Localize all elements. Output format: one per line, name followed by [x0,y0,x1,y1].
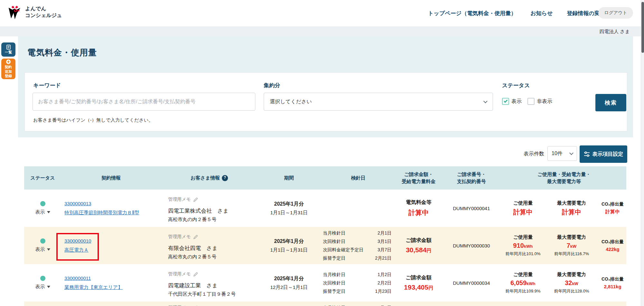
aggregation-select-value: 選択してください [270,98,312,105]
sidebar-tab-add-contract[interactable]: 契約 追加 登録 [1,59,15,79]
meter-date-row: 当月検針日1月1日 [323,303,392,306]
customer-address: 高松市丸の内２番５号 [168,217,216,223]
usage-value: 計算中 [513,208,533,217]
display-count-label: 表示件数 [524,151,544,157]
demand-label: 最大需要電力 [557,234,586,240]
search-button[interactable]: 検索 [595,94,626,111]
col-header-meter-date: 検針日 [320,166,396,190]
vertical-scrollbar[interactable] [641,0,644,306]
billing-amount: 30,584円 [406,246,431,254]
usage-label: ご使用量 [513,234,533,240]
demand-yoy: 前年同月比128.0% [554,288,589,294]
meter-dates-cell: 当月検針日1月2日 次回検針日2月2日 振替予定日1月23日 [320,264,396,301]
meter-dates-cell: 当月検針日1月1日 [320,301,396,306]
logout-button[interactable]: ログアウト [598,7,633,19]
meter-date-row: 次回検針日2月2日 [323,279,392,287]
page-title: 電気料金・使用量 [27,47,97,58]
usage-label: ご使用量 [513,200,533,206]
admin-memo-label: 管理用メモ [168,305,191,306]
keyword-label: キーワード [33,82,61,89]
pencil-icon [193,272,198,277]
admin-memo-label: 管理用メモ [168,271,191,277]
admin-memo-edit[interactable]: 管理用メモ [168,234,198,240]
table-header-row: ステータス 契約情報 お客さま情報? 期間 検針日 ご請求金額・受給電力量料金 … [24,166,626,190]
display-settings-button[interactable]: 表示項目設定 [580,145,627,163]
demand-value: 7kW [567,242,577,249]
display-count-select[interactable]: 10件 [547,146,577,161]
period-month: 2025年1月分 [274,238,304,245]
demand-label: 最大需要電力 [557,272,586,278]
help-icon[interactable]: ? [222,175,228,181]
period-range: 12月2日～1月1日 [270,284,308,291]
tune-filter-icon [584,152,590,157]
caret-down-icon [47,248,50,251]
invoice-number: DUMMY0000030 [441,227,502,264]
table-row: 表示 3300000010 高圧電力Ａ 管理用メモ 有限会社四電 さま 高松市丸… [24,227,626,264]
co2-value: 2,811kg [604,284,621,289]
billing-amount: 計算中 [409,208,429,217]
meter-date-row: 振替予定日1月23日 [323,287,392,295]
sidebar-tab-list[interactable]: 一覧 [1,42,15,57]
pencil-icon [193,235,198,239]
hide-checkbox-label: 非表示 [537,98,552,105]
plan-name-link[interactable]: 業務用電力【東京エリア】 [64,284,123,291]
checkbox-unchecked-icon [527,98,535,105]
contract-number-link[interactable]: 3300000011 [64,275,91,281]
col-header-contract: 契約情報 [61,166,161,190]
usage-value: 910kWh [513,242,533,249]
meter-date-row: 当月検針日2月1日 [323,229,392,237]
checkbox-checked-icon [502,98,509,105]
row-visibility-dropdown[interactable]: 表示 [35,209,50,215]
pencil-icon [193,197,198,202]
col-header-invoice: ご請求番号・支払契約番号 [441,166,502,190]
admin-memo-label: 管理用メモ [168,197,191,202]
period-range: 1月1日～1月31日 [270,247,308,253]
plan-name-link[interactable]: 高圧電力Ａ [64,247,89,253]
hide-checkbox[interactable]: 非表示 [527,98,552,105]
meter-date-row: 当月検針日1月2日 [323,270,392,279]
aggregation-select[interactable]: 選択してください [264,93,493,111]
visibility-label: 表示 [35,284,45,290]
plus-icon [6,60,11,64]
co2-value: 計算中 [605,209,620,215]
meter-dates-cell: 当月検針日2月1日 次回検針日3月1日 次回料金確定予定日3月7日 振替予定日2… [320,227,396,264]
usage-value: 6,059kWh [510,279,535,287]
display-count-value: 10件 [552,150,563,157]
visibility-label: 表示 [35,209,45,215]
caret-down-icon [47,211,50,213]
plan-name-link[interactable]: 特別高圧季節別時間帯別電力ＢⅡ型 [64,210,139,216]
billing-label: 電気料金等 [406,199,431,206]
row-visibility-dropdown[interactable]: 表示 [35,246,50,253]
customer-name: 四電建設工業 さま [168,282,218,289]
contract-number-link[interactable]: 3300000010 [64,238,91,244]
admin-memo-edit[interactable]: 管理用メモ [168,197,198,202]
show-checkbox-label: 表示 [511,98,522,105]
billing-usage-table: ステータス 契約情報 お客さま情報? 期間 検針日 ご請求金額・受給電力量料金 … [24,166,626,306]
sidebar-tab-add-label-1: 契約 [5,65,12,69]
scrollbar-thumb[interactable] [641,2,644,53]
search-filter-card: キーワード お客さま番号はハイフン（-）無しで入力してください。 集約分 選択し… [24,72,627,131]
show-checkbox[interactable]: 表示 [502,98,522,105]
billing-label: ご請求金額 [406,237,431,244]
billing-amount: 193,405円 [404,283,433,291]
keyword-note: お客さま番号はハイフン（-）無しで入力してください。 [33,117,153,123]
status-dot [40,276,45,281]
user-bar: 四電法人 さま [0,26,644,36]
sidebar-tab-add-label-3: 登録 [5,74,12,78]
admin-memo-edit[interactable]: 管理用メモ [168,305,198,306]
meter-date-row: 次回検針日3月1日 [323,237,392,246]
invoice-number: DUMMY0000041 [441,190,502,227]
status-dot [40,201,45,206]
nav-top-page[interactable]: トップページ（電気料金・使用量） [428,10,516,17]
logo-wordmark: よんでん コンシェルジュ [25,5,62,19]
status-filter-label: ステータス [502,82,530,89]
row-visibility-dropdown[interactable]: 表示 [35,284,50,290]
keyword-input[interactable] [33,93,255,111]
nav-notices[interactable]: お知らせ [530,10,553,17]
admin-memo-label: 管理用メモ [168,234,191,240]
contract-number-link[interactable]: 3300000013 [64,201,91,206]
demand-value: 32kW [565,279,578,287]
admin-memo-edit[interactable]: 管理用メモ [168,271,198,277]
customer-name: 四電工業株式会社 さま [168,207,229,215]
col-header-usage: ご使用量・受給電力量・最大需要電力等 [502,166,626,190]
